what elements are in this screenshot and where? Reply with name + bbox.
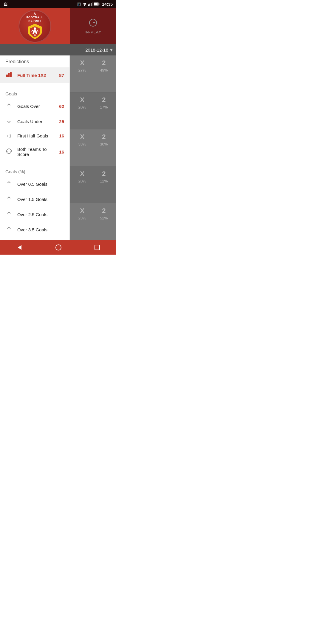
svg-rect-1 bbox=[89, 4, 90, 6]
match-val-x-2: X bbox=[80, 96, 84, 104]
match-pct-2-3: 30% bbox=[100, 142, 108, 146]
match-val-x-1: X bbox=[80, 59, 84, 67]
match-col-x-5: X 23% bbox=[72, 207, 93, 220]
goals-section-label: Goals bbox=[0, 87, 69, 99]
match-row-2: X 20% 2 17% bbox=[70, 92, 116, 129]
match-row-1: X 27% 2 49% bbox=[70, 55, 116, 92]
arrow-up-4-icon bbox=[5, 211, 13, 218]
match-card-4[interactable]: X 20% 2 12% bbox=[70, 166, 116, 203]
match-pct-2-2: 17% bbox=[100, 105, 108, 109]
top-area: A FOOTBALL REPORT bbox=[0, 8, 116, 44]
status-right: 📳 14:35 bbox=[77, 2, 113, 7]
date-value: 2018-12-18 bbox=[85, 47, 108, 52]
match-col-2-3: 2 30% bbox=[93, 133, 115, 146]
match-col-2-4: 2 12% bbox=[93, 170, 115, 183]
svg-rect-23 bbox=[95, 245, 100, 250]
goals-over-count: 62 bbox=[59, 104, 64, 109]
inplay-section[interactable]: IN-PLAY bbox=[70, 8, 116, 44]
date-selector[interactable]: 2018-12-18 ▾ bbox=[85, 47, 113, 53]
nav-back-button[interactable] bbox=[16, 244, 23, 251]
arrow-up-5-icon bbox=[5, 226, 13, 233]
svg-rect-14 bbox=[10, 72, 12, 77]
svg-point-22 bbox=[56, 245, 61, 250]
match-pct-2-5: 52% bbox=[100, 216, 108, 220]
inplay-label: IN-PLAY bbox=[85, 30, 102, 34]
match-pct-x-3: 33% bbox=[78, 142, 86, 146]
over-25-label: Over 2.5 Goals bbox=[17, 212, 64, 217]
svg-point-7 bbox=[34, 27, 36, 30]
svg-rect-5 bbox=[94, 3, 98, 5]
first-half-goals-label: First Half Goals bbox=[17, 133, 54, 138]
sidebar-item-over-05[interactable]: Over 0.5 Goals bbox=[0, 177, 69, 192]
logo-circle: A FOOTBALL REPORT bbox=[18, 10, 51, 43]
svg-marker-21 bbox=[18, 245, 21, 250]
image-icon: 🖼 bbox=[4, 2, 7, 7]
over-15-label: Over 1.5 Goals bbox=[17, 197, 64, 202]
status-bar: 🖼 📳 14:35 bbox=[0, 0, 116, 8]
svg-point-8 bbox=[34, 34, 36, 36]
over-35-label: Over 3.5 Goals bbox=[17, 227, 64, 232]
nav-home-button[interactable] bbox=[55, 244, 62, 251]
svg-rect-3 bbox=[92, 2, 92, 6]
match-col-2-5: 2 52% bbox=[93, 207, 115, 220]
vibrate-icon: 📳 bbox=[77, 2, 81, 6]
match-val-2-2: 2 bbox=[102, 96, 106, 104]
sidebar-item-first-half-goals[interactable]: +1 First Half Goals 16 bbox=[0, 129, 69, 143]
match-col-x-4: X 20% bbox=[72, 170, 93, 183]
battery-icon bbox=[94, 2, 100, 7]
svg-rect-0 bbox=[88, 4, 89, 6]
goals-pct-section-label: Goals (%) bbox=[0, 165, 69, 177]
dropdown-arrow-icon[interactable]: ▾ bbox=[110, 47, 113, 53]
sidebar-item-over-35[interactable]: Over 3.5 Goals bbox=[0, 222, 69, 237]
sidebar-item-over-15[interactable]: Over 1.5 Goals bbox=[0, 192, 69, 207]
sidebar-item-goals-over[interactable]: Goals Over 62 bbox=[0, 99, 69, 114]
signal-icon bbox=[88, 2, 92, 7]
main-content: Full Time 1X2 Predictions Full Time 1X2 … bbox=[0, 55, 116, 240]
full-time-1x2-label: Full Time 1X2 bbox=[17, 73, 54, 78]
date-row[interactable]: 2018-12-18 ▾ bbox=[0, 44, 116, 55]
match-val-2-3: 2 bbox=[102, 133, 106, 141]
match-pct-x-1: 27% bbox=[78, 68, 86, 72]
refresh-icon bbox=[5, 148, 13, 156]
both-teams-score-count: 16 bbox=[59, 149, 64, 154]
logo-text: A FOOTBALL REPORT bbox=[27, 12, 44, 23]
match-pct-x-2: 20% bbox=[78, 105, 86, 109]
over-05-label: Over 0.5 Goals bbox=[17, 182, 64, 187]
match-val-2-1: 2 bbox=[102, 59, 106, 67]
clock-icon bbox=[89, 18, 97, 29]
plus-one-icon: +1 bbox=[5, 134, 13, 138]
divider-2 bbox=[0, 163, 69, 163]
full-time-1x2-count: 87 bbox=[59, 73, 64, 78]
match-pct-x-4: 20% bbox=[78, 179, 86, 183]
bottom-nav bbox=[0, 240, 116, 255]
match-card-1[interactable]: X 27% 2 49% bbox=[70, 55, 116, 92]
svg-rect-6 bbox=[99, 4, 100, 5]
match-row-4: X 20% 2 12% bbox=[70, 166, 116, 203]
goals-under-label: Goals Under bbox=[17, 119, 54, 124]
goals-over-label: Goals Over bbox=[17, 104, 54, 109]
match-card-3[interactable]: X 33% 2 30% bbox=[70, 129, 116, 166]
first-half-goals-count: 16 bbox=[59, 133, 64, 138]
match-col-2-1: 2 49% bbox=[93, 59, 115, 72]
both-teams-score-label: Both Teams To Score bbox=[17, 147, 54, 157]
match-card-5[interactable]: X 23% 2 52% bbox=[70, 203, 116, 240]
match-col-x-1: X 27% bbox=[72, 59, 93, 72]
time-display: 14:35 bbox=[102, 2, 113, 7]
sidebar-item-goals-under[interactable]: Goals Under 25 bbox=[0, 114, 69, 129]
match-val-2-4: 2 bbox=[102, 170, 106, 178]
wifi-icon bbox=[82, 2, 87, 7]
chart-bar-icon bbox=[5, 72, 13, 79]
goals-under-count: 25 bbox=[59, 119, 64, 124]
arrow-up-2-icon bbox=[5, 181, 13, 188]
match-card-2[interactable]: X 20% 2 17% bbox=[70, 92, 116, 129]
match-val-2-5: 2 bbox=[102, 207, 106, 215]
sidebar-item-both-teams-score[interactable]: Both Teams To Score 16 bbox=[0, 143, 69, 161]
sidebar-item-over-25[interactable]: Over 2.5 Goals bbox=[0, 207, 69, 222]
match-row-3: X 33% 2 30% bbox=[70, 129, 116, 166]
match-col-x-3: X 33% bbox=[72, 133, 93, 146]
nav-recents-button[interactable] bbox=[94, 244, 100, 250]
svg-rect-12 bbox=[6, 75, 8, 77]
sidebar-item-full-time-1x2[interactable]: Full Time 1X2 87 bbox=[0, 67, 69, 83]
sidebar: Full Time 1X2 Predictions Full Time 1X2 … bbox=[0, 55, 70, 240]
match-val-x-5: X bbox=[80, 207, 84, 215]
